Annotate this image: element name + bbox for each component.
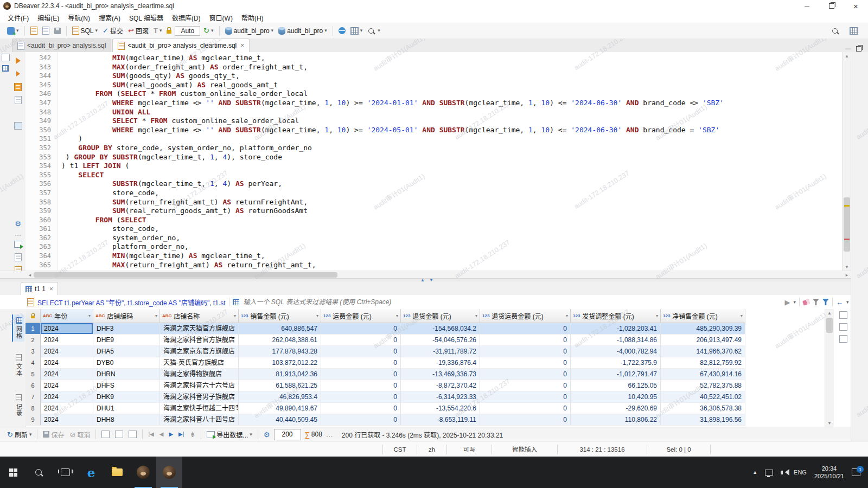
scroll-left-icon[interactable]: ◂ [25, 271, 34, 279]
table-cell[interactable]: -54,046,576.26 [401, 335, 480, 346]
fetch-all-button[interactable]: ▶| [177, 431, 186, 438]
table-cell[interactable]: 103,872,012.22 [239, 357, 321, 369]
add-row-button[interactable] [100, 429, 111, 439]
table-cell[interactable]: 0 [480, 380, 571, 391]
menu-item[interactable]: 帮助(H) [237, 13, 268, 22]
table-cell[interactable]: DHA5 [93, 346, 160, 357]
table-cell[interactable]: -6,314,923.33 [401, 391, 480, 403]
table-cell[interactable]: DHU1 [93, 403, 160, 414]
table-cell[interactable]: 0 [321, 346, 401, 357]
column-header[interactable]: 123退货金额 (元)▾ [401, 309, 480, 323]
table-cell[interactable]: 海澜之家得物旗舰店 [160, 369, 239, 380]
column-header[interactable]: 123净销售金额 (元)▾ [661, 309, 745, 323]
table-cell[interactable]: DHE9 [93, 335, 160, 346]
result-tab-t1[interactable]: t1 1 × [21, 282, 58, 295]
table-cell[interactable]: -13,554,220.6 [401, 403, 480, 414]
start-button[interactable] [0, 457, 26, 488]
table-cell[interactable]: 2024 [41, 414, 93, 426]
column-filter-caret[interactable]: ▾ [656, 313, 658, 318]
new-connection-button[interactable]: ▾ [5, 26, 21, 36]
sql-editor-button[interactable]: SQL▾ [71, 25, 100, 36]
fetch-page-button[interactable]: ⇟ [188, 430, 197, 439]
table-cell[interactable]: 206,913,497.49 [661, 335, 745, 346]
table-cell[interactable]: 40,522,451.02 [661, 391, 745, 403]
table-cell[interactable]: 141,966,370.62 [661, 346, 745, 357]
open-script-button[interactable] [41, 25, 51, 36]
open-perspective-button[interactable] [848, 26, 859, 36]
menu-item[interactable]: 编辑(E) [33, 13, 63, 22]
minimize-view-icon[interactable]: ─ [846, 45, 851, 52]
edit-filter-icon[interactable] [813, 299, 819, 305]
table-cell[interactable]: 海澜之家抖音男子旗舰店 [160, 391, 239, 403]
table-cell[interactable]: 0 [480, 391, 571, 403]
table-cell[interactable]: 0 [321, 403, 401, 414]
column-filter-caret[interactable]: ▾ [396, 313, 398, 318]
next-page-button[interactable]: ▶ [167, 431, 175, 438]
table-cell[interactable]: 0 [321, 357, 401, 369]
table-cell[interactable]: 46,826,953.4 [239, 391, 321, 403]
row-number[interactable]: 4 [25, 357, 41, 369]
table-cell[interactable]: 2024 [41, 323, 93, 335]
value-panel-icon[interactable] [839, 311, 847, 319]
menu-item[interactable]: 窗口(W) [205, 13, 237, 22]
tab-analysis-cleartime-sql[interactable]: <audit_bi_pro> analysis_cleartime.sql × [112, 38, 250, 52]
speaker-icon[interactable] [781, 471, 783, 474]
table-cell[interactable]: 0 [321, 369, 401, 380]
tab-close-icon[interactable]: × [49, 285, 53, 293]
column-header[interactable]: 123销售金额 (元)▾ [239, 309, 321, 323]
table-cell[interactable]: -19,336,876.4 [401, 357, 480, 369]
duplicate-row-button[interactable] [113, 429, 125, 439]
toolbar-overflow-icon[interactable]: … [326, 431, 333, 438]
scroll-up-icon[interactable]: ▲ [843, 52, 851, 60]
result-settings-button[interactable]: ⚙ [262, 430, 272, 439]
settings-gear-button[interactable]: ⚙ [14, 219, 22, 228]
column-header[interactable]: 123发货调整金额 (元)▾ [571, 309, 661, 323]
sql-editor[interactable]: ⚙ … 342343344345346347348349350351352353… [0, 52, 868, 271]
row-number[interactable]: 6 [25, 380, 41, 391]
quick-search-button[interactable] [829, 26, 841, 36]
column-header[interactable]: ABC年份▾ [41, 309, 93, 323]
database-selector[interactable]: audit_bi_pro▾ [224, 26, 276, 36]
column-filter-caret[interactable]: ▾ [234, 313, 236, 318]
action-center-icon[interactable]: 1 [852, 468, 860, 476]
table-cell[interactable]: 0 [480, 346, 571, 357]
scroll-up-icon[interactable]: ▲ [825, 309, 834, 317]
explain-plan-button[interactable] [14, 95, 22, 104]
export-command-button[interactable] [14, 121, 22, 130]
table-cell[interactable]: 海澜之家抖音八十四号店 [160, 414, 239, 426]
language-indicator[interactable]: ENG [794, 469, 807, 476]
table-cell[interactable]: 52,782,375.88 [661, 380, 745, 391]
table-cell[interactable]: 2024 [41, 357, 93, 369]
delete-row-button[interactable] [127, 429, 138, 439]
execute-statement-button[interactable] [14, 56, 22, 65]
cancel-result-button[interactable]: ⊘取消 [68, 429, 92, 440]
table-cell[interactable]: 0 [480, 335, 571, 346]
table-cell[interactable]: DHRN [93, 369, 160, 380]
new-script-button[interactable] [29, 25, 39, 36]
table-cell[interactable]: -1,012,791.47 [571, 369, 661, 380]
table-cell[interactable]: 0 [321, 335, 401, 346]
row-number[interactable]: 8 [25, 403, 41, 414]
column-filter-caret[interactable]: ▾ [155, 313, 157, 318]
row-number[interactable]: 5 [25, 369, 41, 380]
commit-button[interactable]: ✓提交 [101, 25, 125, 36]
db-navigator-icon[interactable] [1, 64, 10, 73]
scrollbar-thumb[interactable] [826, 318, 833, 333]
column-filter-caret[interactable]: ▾ [316, 313, 318, 318]
network-icon[interactable] [765, 470, 773, 476]
table-cell[interactable]: -31,911,789.72 [401, 346, 480, 357]
table-cell[interactable]: DHF3 [93, 323, 160, 335]
table-cell[interactable]: 0 [480, 414, 571, 426]
table-cell[interactable]: 海澜之家抖音六十六号店 [160, 380, 239, 391]
table-cell[interactable]: 2024 [41, 380, 93, 391]
autocommit-lock-button[interactable] [165, 27, 173, 35]
table-cell[interactable]: 2024 [41, 391, 93, 403]
column-header[interactable]: ABC店铺名称▾ [160, 309, 239, 323]
scroll-down-icon[interactable]: ▼ [843, 263, 851, 271]
calc-panel-icon[interactable] [839, 323, 847, 331]
export-data-button[interactable]: 导出数据...▾ [205, 429, 254, 440]
table-cell[interactable]: DYB0 [93, 357, 160, 369]
menu-item[interactable]: 数据库(D) [168, 13, 205, 22]
menu-item[interactable]: 文件(F) [3, 13, 33, 22]
scroll-down-icon[interactable]: ▼ [825, 419, 834, 427]
